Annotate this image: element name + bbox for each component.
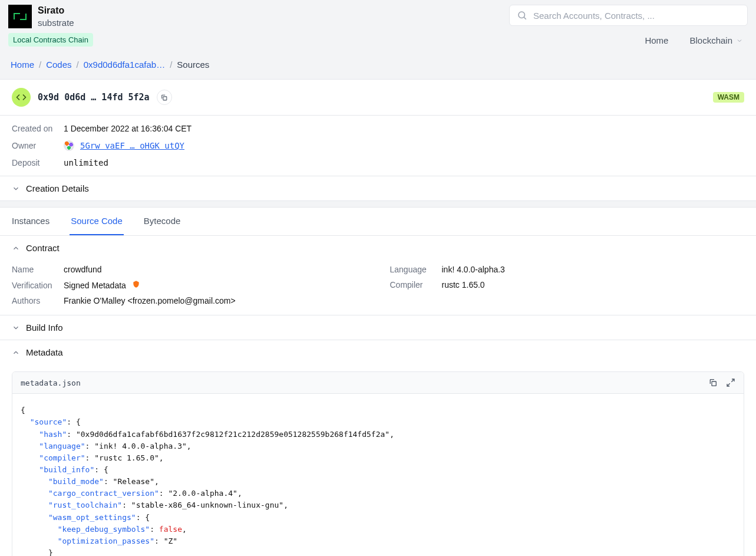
- verification-value: Signed Metadata: [64, 280, 140, 290]
- svg-point-0: [519, 12, 525, 18]
- name-value: crowdfund: [64, 265, 102, 274]
- tab-source-code[interactable]: Source Code: [70, 208, 124, 235]
- contract-title: Contract: [26, 243, 60, 253]
- json-hash: 0x9d0d6dfa1cafabf6bd1637f2c9812f21c212d2…: [81, 430, 385, 439]
- breadcrumb-hash[interactable]: 0x9d0d6dfa1cafab…: [84, 60, 165, 70]
- logo-icon: [8, 5, 32, 28]
- copy-icon: [160, 94, 168, 101]
- json-cargo-version: 2.0.0-alpha.4: [173, 489, 233, 498]
- search-input[interactable]: [533, 11, 740, 21]
- metadata-json: { "source": { "hash": "0x9d0d6dfa1cafabf…: [12, 394, 744, 556]
- verification-text: Signed Metadata: [64, 281, 126, 290]
- metadata-toggle[interactable]: Metadata: [0, 340, 756, 364]
- breadcrumb-current: Sources: [177, 60, 209, 70]
- copy-metadata-button[interactable]: [708, 378, 718, 387]
- nav-blockchain[interactable]: Blockchain: [689, 35, 743, 45]
- brand-title: Sirato: [38, 5, 74, 17]
- chain-badge: Local Contracts Chain: [8, 33, 93, 47]
- brand: Sirato substrate: [8, 5, 93, 28]
- name-label: Name: [12, 265, 64, 274]
- owner-label: Owner: [12, 141, 64, 150]
- chevron-up-icon: [12, 348, 20, 357]
- wasm-badge: WASM: [713, 92, 744, 103]
- creation-details-title: Creation Details: [26, 183, 89, 193]
- build-info-title: Build Info: [26, 323, 63, 333]
- contract-toggle[interactable]: Contract: [0, 236, 756, 260]
- authors-value: Frankie O'Malley <frozen.pomelo@gmail.co…: [64, 296, 236, 305]
- language-value: ink! 4.0.0-alpha.3: [442, 265, 505, 274]
- svg-rect-3: [712, 381, 716, 386]
- compiler-label: Compiler: [390, 280, 442, 289]
- shield-icon: [132, 281, 140, 290]
- compiler-value: rustc 1.65.0: [442, 280, 485, 289]
- json-build-mode: Release: [117, 477, 150, 486]
- breadcrumb-home[interactable]: Home: [11, 60, 34, 70]
- json-language: ink! 4.0.0-alpha.3: [99, 442, 182, 450]
- nav-blockchain-label: Blockchain: [689, 35, 732, 45]
- chevron-up-icon: [12, 244, 20, 252]
- json-toolchain: stable-x86_64-unknown-linux-gnu: [136, 501, 279, 509]
- json-compiler: rustc 1.65.0: [99, 453, 154, 462]
- owner-link[interactable]: 5Grw vaEF … oHGK utQY: [80, 141, 184, 150]
- chevron-down-icon: [12, 324, 20, 332]
- search-box[interactable]: [509, 5, 748, 26]
- chevron-down-icon: [12, 185, 20, 193]
- created-label: Created on: [12, 124, 64, 133]
- created-value: 1 December 2022 at 16:36:04 CET: [64, 124, 192, 133]
- svg-line-1: [524, 17, 526, 19]
- verification-label: Verification: [12, 281, 64, 290]
- build-info-toggle[interactable]: Build Info: [0, 315, 756, 340]
- tab-instances[interactable]: Instances: [11, 208, 51, 235]
- code-hash: 0x9d 0d6d … 14fd 5f2a: [38, 92, 150, 103]
- authors-label: Authors: [12, 296, 64, 305]
- identicon-icon: [64, 140, 74, 151]
- svg-rect-2: [163, 97, 167, 100]
- tab-bytecode[interactable]: Bytecode: [143, 208, 182, 235]
- metadata-title: Metadata: [26, 347, 63, 357]
- breadcrumb: Home / Codes / 0x9d0d6dfa1cafab… / Sourc…: [0, 47, 756, 79]
- svg-line-4: [731, 379, 734, 382]
- breadcrumb-codes[interactable]: Codes: [46, 60, 71, 70]
- deposit-label: Deposit: [12, 158, 64, 167]
- json-keep-debug: false: [159, 525, 182, 534]
- copy-hash-button[interactable]: [157, 90, 172, 105]
- nav-home[interactable]: Home: [645, 35, 668, 45]
- search-icon: [517, 10, 527, 21]
- code-icon: [12, 88, 31, 107]
- language-label: Language: [390, 265, 442, 274]
- deposit-value: unlimited: [64, 158, 108, 167]
- creation-details-toggle[interactable]: Creation Details: [0, 176, 756, 200]
- svg-line-5: [727, 384, 730, 387]
- expand-metadata-button[interactable]: [726, 378, 735, 387]
- brand-subtitle: substrate: [38, 17, 74, 29]
- json-opt-passes: Z: [168, 537, 173, 545]
- metadata-filename: metadata.json: [21, 379, 81, 387]
- chevron-down-icon: [736, 37, 743, 44]
